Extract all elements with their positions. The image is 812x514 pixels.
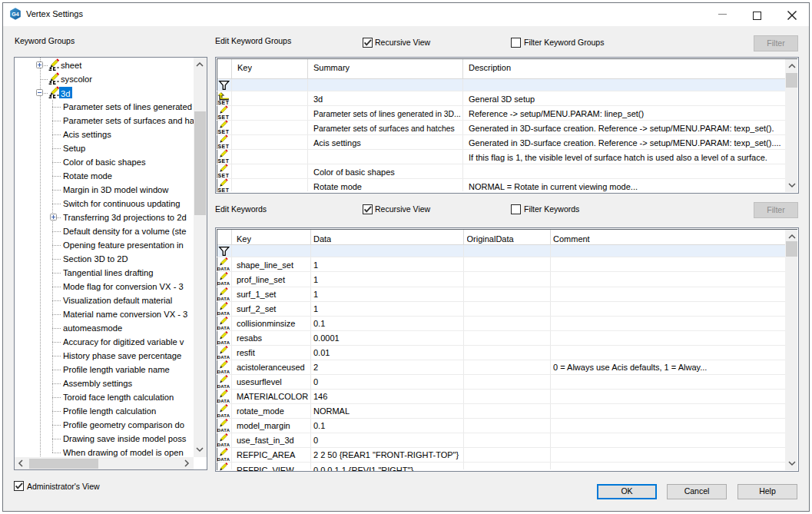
svg-text:G4: G4 (12, 11, 19, 18)
